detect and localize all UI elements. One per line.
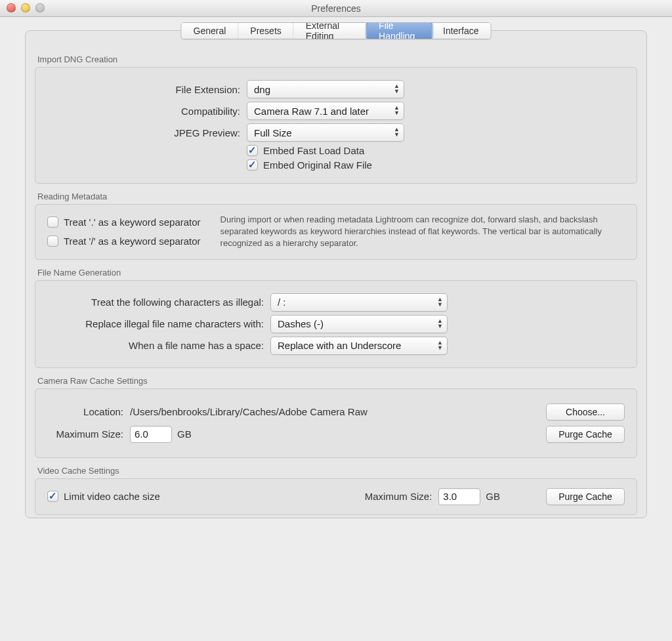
chevron-up-down-icon: ▲▼: [437, 340, 443, 350]
purge-cache-button[interactable]: Purge Cache: [546, 426, 625, 443]
video-cache-max-size-label: Maximum Size:: [365, 491, 432, 502]
treat-slash-label: Treat '/' as a keyword separator: [64, 236, 201, 247]
close-window-button[interactable]: [7, 3, 16, 12]
import-dng-section: File Extension: dng ▲▼ Compatibility: Ca…: [35, 67, 637, 184]
chevron-up-down-icon: ▲▼: [437, 318, 443, 329]
file-extension-label: File Extension:: [47, 84, 247, 95]
chevron-up-down-icon: ▲▼: [394, 83, 400, 94]
tab-presets[interactable]: Presets: [238, 23, 293, 39]
video-cache-max-size-input[interactable]: [438, 488, 480, 505]
reading-metadata-heading: Reading Metadata: [37, 192, 637, 201]
replace-chars-label: Replace illegal file name characters wit…: [47, 318, 270, 329]
treat-slash-checkbox[interactable]: [47, 236, 58, 247]
file-name-generation-section: Treat the following characters as illega…: [35, 280, 637, 368]
compatibility-label: Compatibility:: [47, 106, 247, 117]
import-dng-heading: Import DNG Creation: [37, 54, 637, 64]
reading-metadata-section: Treat '.' as a keyword separator Treat '…: [35, 204, 637, 260]
embed-original-raw-checkbox[interactable]: [247, 159, 258, 171]
tab-external-editing[interactable]: External Editing: [294, 23, 367, 39]
cache-location-label: Location:: [47, 406, 130, 417]
video-cache-max-size-unit: GB: [486, 491, 500, 502]
treat-dot-label: Treat '.' as a keyword separator: [64, 217, 201, 228]
jpeg-preview-value: Full Size: [254, 127, 292, 138]
illegal-chars-value: / :: [278, 297, 286, 308]
cache-location-value: /Users/benbrooks/Library/Caches/Adobe Ca…: [130, 406, 546, 417]
space-handling-label: When a file name has a space:: [47, 340, 270, 351]
treat-dot-checkbox[interactable]: [47, 217, 58, 228]
file-extension-select[interactable]: dng ▲▼: [247, 80, 404, 98]
tab-general[interactable]: General: [182, 23, 239, 39]
title-bar: Preferences: [0, 0, 672, 17]
file-name-generation-heading: File Name Generation: [37, 268, 637, 278]
cache-max-size-unit: GB: [177, 428, 192, 440]
camera-cache-section: Location: /Users/benbrooks/Library/Cache…: [35, 388, 637, 458]
preferences-panel: General Presets External Editing File Ha…: [25, 30, 647, 518]
embed-original-raw-label: Embed Original Raw File: [263, 159, 372, 171]
embed-fast-load-label: Embed Fast Load Data: [263, 145, 364, 156]
space-handling-select[interactable]: Replace with an Underscore ▲▼: [270, 337, 448, 355]
minimize-window-button[interactable]: [21, 3, 30, 12]
limit-video-cache-label: Limit video cache size: [64, 491, 160, 502]
compatibility-value: Camera Raw 7.1 and later: [254, 106, 369, 117]
zoom-window-button[interactable]: [35, 3, 45, 12]
compatibility-select[interactable]: Camera Raw 7.1 and later ▲▼: [247, 102, 404, 120]
choose-cache-location-button[interactable]: Choose...: [546, 403, 625, 421]
chevron-up-down-icon: ▲▼: [437, 297, 443, 307]
window-title: Preferences: [311, 3, 360, 14]
illegal-chars-select[interactable]: / : ▲▼: [270, 293, 448, 312]
replace-chars-value: Dashes (-): [278, 318, 324, 329]
camera-cache-heading: Camera Raw Cache Settings: [37, 376, 637, 386]
cache-max-size-label: Maximum Size:: [47, 428, 130, 440]
chevron-up-down-icon: ▲▼: [394, 127, 400, 137]
jpeg-preview-label: JPEG Preview:: [47, 127, 247, 138]
limit-video-cache-checkbox[interactable]: [47, 491, 58, 502]
video-cache-heading: Video Cache Settings: [37, 466, 637, 476]
tab-bar: General Presets External Editing File Ha…: [181, 22, 492, 39]
illegal-chars-label: Treat the following characters as illega…: [47, 297, 270, 308]
chevron-up-down-icon: ▲▼: [394, 105, 400, 115]
file-extension-value: dng: [254, 84, 270, 95]
embed-fast-load-checkbox[interactable]: [247, 145, 258, 156]
traffic-lights: [7, 3, 45, 12]
replace-chars-select[interactable]: Dashes (-) ▲▼: [270, 315, 448, 333]
tab-file-handling[interactable]: File Handling: [366, 22, 432, 39]
tab-interface[interactable]: Interface: [431, 23, 490, 39]
video-cache-section: Limit video cache size Maximum Size: GB …: [35, 478, 637, 515]
space-handling-value: Replace with an Underscore: [278, 340, 401, 351]
purge-video-cache-button[interactable]: Purge Cache: [546, 488, 625, 505]
jpeg-preview-select[interactable]: Full Size ▲▼: [247, 123, 404, 142]
reading-metadata-description: During import or when reading metadata L…: [220, 214, 625, 250]
cache-max-size-input[interactable]: [130, 426, 172, 443]
